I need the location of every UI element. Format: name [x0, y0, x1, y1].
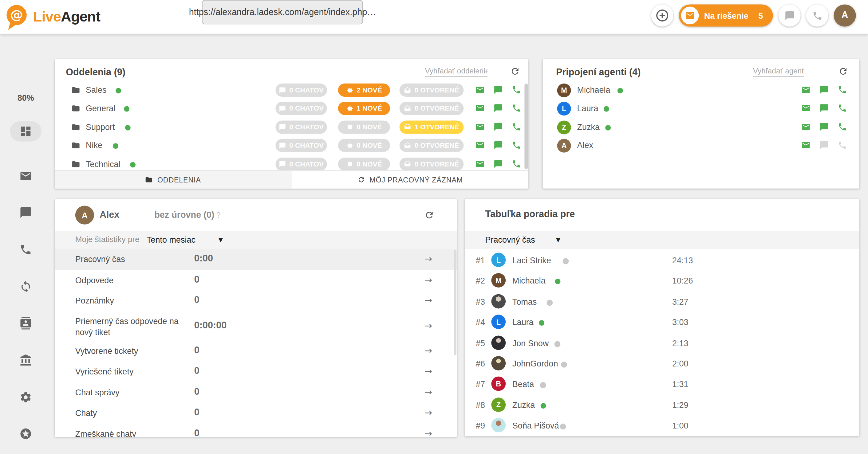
period-select[interactable]: Tento mesiac	[147, 235, 195, 245]
department-name[interactable]: Support	[86, 122, 115, 131]
new-badge[interactable]: 0 NOVÉ	[338, 139, 390, 152]
sidebar-item-automation[interactable]	[0, 281, 51, 293]
chat-action-icon[interactable]	[819, 85, 829, 95]
stat-row[interactable]: Zmeškané chaty 0 →	[55, 423, 457, 437]
chevron-down-icon[interactable]: ▼	[219, 236, 223, 243]
refresh-departments-button[interactable]	[510, 66, 520, 76]
open-badge[interactable]: 0 OTVORENÉ	[400, 84, 464, 97]
sidebar-item-contacts[interactable]	[0, 317, 51, 329]
mail-action-icon[interactable]	[801, 141, 810, 150]
department-search-input[interactable]	[425, 66, 487, 77]
leaderboard-row[interactable]: #5 Jon Snow 2:13	[465, 333, 859, 353]
agent-name[interactable]: Laura	[577, 103, 598, 113]
leaderboard-row[interactable]: #4 L Laura 3:03	[465, 312, 859, 333]
leaderboard-row[interactable]: #8 Z Zuzka 1:29	[465, 395, 859, 415]
new-badge[interactable]: 1 NOVÉ	[338, 102, 390, 115]
agent-name[interactable]: Michaela	[577, 85, 610, 95]
stat-row[interactable]: Chat správy 0 →	[55, 382, 457, 403]
chats-badge[interactable]: 0 CHATOV	[275, 139, 327, 152]
to-solve-button[interactable]: Na riešenie 5	[679, 4, 773, 26]
stat-row[interactable]: Priemerný čas odpovede na nový tiket 0:0…	[55, 311, 457, 340]
add-button[interactable]	[651, 4, 673, 26]
scrollbar[interactable]	[454, 250, 457, 355]
mail-action-icon[interactable]	[475, 141, 485, 150]
chat-action-icon[interactable]	[494, 141, 503, 150]
phone-action-icon[interactable]	[512, 122, 521, 131]
sidebar-item-calls[interactable]	[0, 243, 51, 256]
mail-action-icon[interactable]	[801, 122, 810, 131]
chat-action-icon[interactable]	[494, 103, 503, 113]
agent-name[interactable]: Alex	[577, 141, 593, 150]
chats-badge[interactable]: 0 CHATOV	[275, 84, 327, 97]
arrow-right-icon[interactable]: →	[425, 320, 432, 331]
new-badge[interactable]: 2 NOVÉ	[338, 84, 390, 97]
arrow-right-icon[interactable]: →	[425, 253, 432, 264]
stat-row[interactable]: Vyriešené tikety 0 →	[55, 361, 457, 382]
mail-action-icon[interactable]	[475, 122, 485, 131]
arrow-right-icon[interactable]: →	[425, 295, 432, 305]
mail-action-icon[interactable]	[475, 85, 485, 95]
chat-action-icon[interactable]	[494, 159, 503, 169]
stat-row[interactable]: Poznámky 0 →	[55, 290, 457, 311]
open-badge[interactable]: 0 OTVORENÉ	[400, 157, 464, 170]
department-name[interactable]: General	[86, 103, 115, 113]
chats-badge[interactable]: 0 CHATOV	[275, 121, 327, 134]
chat-action-icon[interactable]	[819, 122, 829, 131]
chevron-down-icon[interactable]: ▼	[556, 236, 560, 243]
open-badge[interactable]: 0 OTVORENÉ	[400, 102, 464, 115]
new-badge[interactable]: 0 NOVÉ	[338, 121, 390, 134]
stat-row[interactable]: Chaty 0 →	[55, 402, 457, 423]
arrow-right-icon[interactable]: →	[425, 345, 432, 356]
open-badge[interactable]: 0 OTVORENÉ	[400, 139, 464, 152]
leaderboard-row[interactable]: #6 JohnGordon 2:00	[465, 353, 859, 374]
department-name[interactable]: Technical	[86, 159, 121, 169]
sidebar-item-settings[interactable]	[0, 391, 51, 403]
new-badge[interactable]: 0 NOVÉ	[338, 157, 390, 170]
leaderboard-row[interactable]: #1 L Laci Strike 24:13	[465, 250, 859, 271]
stat-row[interactable]: Pracovný čas 0:00 →	[55, 249, 457, 270]
leaderboard-row[interactable]: #2 M Michaela 10:26	[465, 271, 859, 291]
refresh-agents-button[interactable]	[838, 66, 848, 76]
chat-action-icon[interactable]	[494, 85, 503, 95]
leaderboard-row[interactable]: #7 B Beata 1:31	[465, 374, 859, 394]
leaderboard-row[interactable]: #9 Soňa Pišová 1:00	[465, 415, 859, 436]
mail-action-icon[interactable]	[475, 159, 485, 169]
stat-row[interactable]: Vytvorené tickety 0 →	[55, 340, 457, 361]
phone-action-icon[interactable]	[838, 122, 847, 131]
mail-action-icon[interactable]	[801, 85, 810, 95]
help-icon[interactable]: ?	[216, 211, 221, 220]
agent-search-input[interactable]	[753, 66, 804, 77]
phone-action-icon[interactable]	[512, 85, 521, 95]
liveagent-logo[interactable]: @ LiveAgent	[4, 4, 100, 30]
arrow-right-icon[interactable]: →	[425, 428, 432, 437]
chat-action-icon[interactable]	[819, 103, 829, 113]
mail-action-icon[interactable]	[801, 103, 810, 113]
phone-action-icon[interactable]	[512, 141, 521, 150]
refresh-stats-button[interactable]	[425, 210, 434, 220]
arrow-right-icon[interactable]: →	[425, 365, 432, 377]
arrow-right-icon[interactable]: →	[425, 386, 432, 397]
arrow-right-icon[interactable]: →	[425, 407, 432, 418]
sidebar-item-tickets[interactable]	[0, 170, 51, 183]
calls-button[interactable]	[806, 4, 828, 26]
chats-badge[interactable]: 0 CHATOV	[275, 157, 327, 170]
sidebar-item-chats[interactable]	[0, 206, 51, 219]
phone-action-icon[interactable]	[838, 85, 847, 95]
sidebar-item-companies[interactable]	[0, 354, 51, 366]
open-badge[interactable]: 1 OTVORENÉ	[400, 121, 464, 134]
department-name[interactable]: Sales	[86, 85, 107, 95]
phone-action-icon[interactable]	[838, 103, 847, 113]
tab-moj-pracovny-zaznam[interactable]: MÔJ PRACOVNÝ ZÁZNAM	[291, 170, 528, 188]
arrow-right-icon[interactable]: →	[425, 274, 432, 285]
chat-action-icon[interactable]	[494, 122, 503, 131]
scrollbar[interactable]	[524, 84, 528, 169]
mail-action-icon[interactable]	[475, 103, 485, 113]
sidebar-item-dashboard[interactable]	[0, 125, 51, 138]
chats-badge[interactable]: 0 CHATOV	[275, 102, 327, 115]
tab-oddelenia[interactable]: ODDELENIA	[55, 170, 291, 188]
user-avatar[interactable]: A	[834, 4, 856, 26]
stat-row[interactable]: Odpovede 0 →	[55, 270, 457, 291]
sidebar-item-gamification[interactable]	[0, 427, 51, 440]
leaderboard-row[interactable]: #3 Tomas 3:27	[465, 291, 859, 312]
metric-select[interactable]: Pracovný čas	[485, 235, 535, 245]
